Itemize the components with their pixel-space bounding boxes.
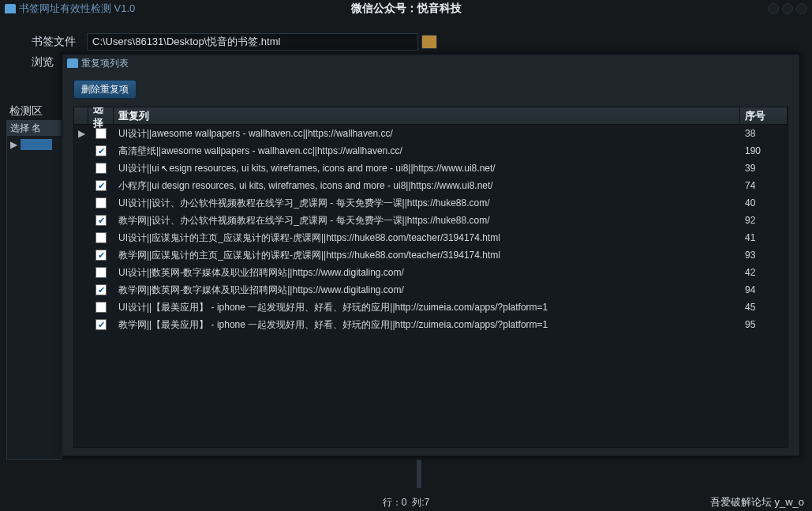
row-seq: 92	[740, 215, 788, 226]
row-seq: 40	[740, 197, 788, 209]
row-seq: 94	[740, 284, 788, 295]
cursor-icon: ↖	[161, 163, 168, 174]
window-controls	[768, 3, 807, 14]
status-right: 吾爱破解论坛 y_w_o	[710, 495, 804, 509]
dialog-title: 重复项列表	[81, 57, 129, 70]
minimize-button[interactable]	[768, 3, 779, 14]
row-checkbox[interactable]	[88, 197, 114, 209]
table-row[interactable]: 教学网||数英网-数字媒体及职业招聘网站||https://www.digita…	[74, 281, 788, 299]
row-checkbox[interactable]	[88, 319, 114, 330]
app-title: 书签网址有效性检测 V1.0	[19, 2, 135, 16]
row-duplicate-text: 小程序||ui design resources, ui kits, wiref…	[114, 179, 740, 193]
row-seq: 190	[740, 145, 788, 156]
row-duplicate-text: 教学网||应谋鬼计的主页_应谋鬼计的课程-虎课网||https://huke88…	[114, 249, 740, 262]
delete-duplicates-button[interactable]: 删除重复项	[73, 80, 137, 99]
row-seq: 41	[740, 232, 788, 243]
row-checkbox[interactable]	[88, 163, 114, 174]
row-duplicate-text: UI设计||awesome wallpapers - wallhaven.cc|…	[114, 127, 740, 141]
table-row[interactable]: UI设计||ui ↖esign resources, ui kits, wire…	[74, 160, 788, 177]
duplicate-dialog: 重复项列表 删除重复项 选择 重复列 序号 ▶UI设计||awesome wal…	[62, 54, 800, 457]
row-duplicate-text: 教学网||【最美应用】 - iphone 一起发现好用、好看、好玩的应用||ht…	[114, 318, 740, 332]
row-seq: 95	[740, 319, 788, 330]
row-checkbox[interactable]	[88, 267, 114, 278]
row-duplicate-text: 教学网||设计、办公软件视频教程在线学习_虎课网 - 每天免费学一课||http…	[114, 214, 740, 227]
row-seq: 42	[740, 267, 788, 278]
duplicates-grid: 选择 重复列 序号 ▶UI设计||awesome wallpapers - wa…	[73, 107, 788, 448]
row-duplicate-text: UI设计||应谋鬼计的主页_应谋鬼计的课程-虎课网||https://huke8…	[114, 231, 740, 245]
col-select[interactable]: 选择	[88, 107, 114, 124]
row-checkbox[interactable]	[88, 128, 114, 139]
splitter-vertical[interactable]	[417, 460, 421, 488]
row-duplicate-text: UI设计||【最美应用】 - iphone 一起发现好用、好看、好玩的应用||h…	[114, 301, 740, 314]
dialog-icon	[67, 58, 78, 68]
row-seq: 45	[740, 302, 788, 313]
browse-button[interactable]	[421, 35, 437, 49]
detect-area-label: 检测区	[9, 104, 43, 118]
table-row[interactable]: UI设计||应谋鬼计的主页_应谋鬼计的课程-虎课网||https://huke8…	[74, 229, 788, 246]
close-button[interactable]	[796, 3, 807, 14]
row-checkbox[interactable]	[88, 215, 114, 226]
dialog-titlebar: 重复项列表	[62, 54, 799, 72]
row-arrow-icon: ▶	[74, 128, 88, 139]
detect-grid-header: 选择 名	[7, 121, 61, 137]
grid-header: 选择 重复列 序号	[74, 107, 788, 125]
row-seq: 39	[740, 163, 788, 174]
table-row[interactable]: ▶UI设计||awesome wallpapers - wallhaven.cc…	[74, 125, 788, 142]
bookmark-file-input[interactable]	[87, 33, 418, 51]
row-checkbox[interactable]	[88, 232, 114, 243]
row-arrow-icon: ▶	[10, 139, 17, 150]
row-duplicate-text: UI设计||设计、办公软件视频教程在线学习_虎课网 - 每天免费学一课||htt…	[114, 197, 740, 210]
table-row[interactable]: UI设计||设计、办公软件视频教程在线学习_虎课网 - 每天免费学一课||htt…	[74, 194, 788, 212]
main-titlebar: 书签网址有效性检测 V1.0 微信公众号：悦音科技	[0, 0, 812, 17]
table-row[interactable]: 教学网||设计、办公软件视频教程在线学习_虎课网 - 每天免费学一课||http…	[74, 212, 788, 229]
row-checkbox[interactable]	[88, 145, 114, 156]
detect-grid: 选择 名 ▶	[6, 120, 62, 460]
row-seq: 74	[740, 180, 788, 191]
row-duplicate-text: 教学网||数英网-数字媒体及职业招聘网站||https://www.digita…	[114, 284, 740, 297]
bookmark-file-label: 书签文件	[32, 35, 87, 49]
detect-grid-row[interactable]: ▶	[7, 137, 61, 152]
table-row[interactable]: 教学网||应谋鬼计的主页_应谋鬼计的课程-虎课网||https://huke88…	[74, 246, 788, 264]
row-duplicate-text: UI设计||数英网-数字媒体及职业招聘网站||https://www.digit…	[114, 266, 740, 280]
status-row: 行：0	[383, 496, 407, 509]
col-arrow	[74, 107, 88, 124]
row-duplicate-text: UI设计||ui ↖esign resources, ui kits, wire…	[114, 162, 740, 175]
table-row[interactable]: UI设计||【最美应用】 - iphone 一起发现好用、好看、好玩的应用||h…	[74, 299, 788, 316]
table-row[interactable]: 高清壁纸||awesome wallpapers - wallhaven.cc|…	[74, 142, 788, 160]
statusbar: 行：0 列:7 吾爱破解论坛 y_w_o	[0, 494, 812, 511]
selected-cell	[21, 139, 52, 150]
status-col: 列:7	[412, 496, 429, 509]
app-icon	[5, 4, 16, 13]
row-checkbox[interactable]	[88, 302, 114, 313]
table-row[interactable]: 教学网||【最美应用】 - iphone 一起发现好用、好看、好玩的应用||ht…	[74, 316, 788, 333]
table-row[interactable]: 小程序||ui design resources, ui kits, wiref…	[74, 177, 788, 194]
row-duplicate-text: 高清壁纸||awesome wallpapers - wallhaven.cc|…	[114, 145, 740, 158]
col-duplicate[interactable]: 重复列	[114, 107, 740, 124]
row-seq: 38	[740, 128, 788, 139]
row-checkbox[interactable]	[88, 180, 114, 191]
row-seq: 93	[740, 250, 788, 261]
row-checkbox[interactable]	[88, 250, 114, 261]
maximize-button[interactable]	[782, 3, 793, 14]
row-checkbox[interactable]	[88, 284, 114, 295]
col-seq[interactable]: 序号	[740, 107, 788, 124]
table-row[interactable]: UI设计||数英网-数字媒体及职业招聘网站||https://www.digit…	[74, 264, 788, 281]
